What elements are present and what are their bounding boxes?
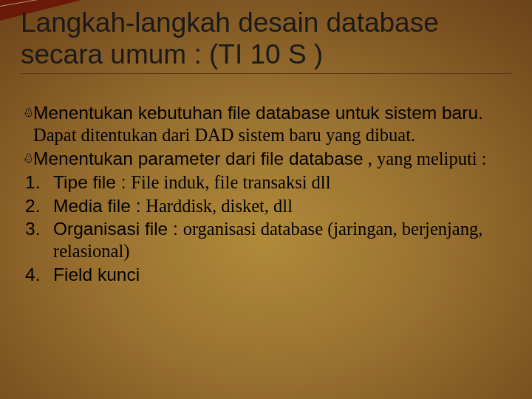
numbered-item: 1. Tipe file : File induk, file transaks… — [24, 171, 511, 194]
item-number: 1. — [25, 171, 53, 194]
numbered-item: 2. Media file : Harddisk, disket, dll — [24, 195, 511, 217]
slide-title: Langkah-langkah desain database secara u… — [21, 7, 511, 70]
bullet-glyph-icon: ߷ — [24, 149, 32, 169]
item-number: 2. — [25, 195, 53, 217]
slide-container: Langkah-langkah desain database secara u… — [0, 0, 532, 399]
numbered-text: Field kunci — [53, 264, 511, 286]
text-sans: Media file : — [53, 196, 146, 216]
text-sans: Field kunci — [53, 265, 140, 284]
bullet-text: Menentukan parameter dari file database … — [33, 148, 511, 170]
text-serif: Harddisk, disket, dll — [146, 196, 293, 216]
text-sans: Tipe file : — [53, 172, 131, 192]
bullet-item: ߷ Menentukan parameter dari file databas… — [24, 148, 511, 170]
text-serif: File induk, file transaksi dll — [131, 172, 330, 192]
text-sans: Menentukan kebutuhan file database untuk… — [33, 103, 483, 123]
slide-body: ߷ Menentukan kebutuhan file database unt… — [21, 102, 511, 286]
numbered-text: Organisasi file : organisasi database (j… — [53, 218, 511, 262]
bullet-item: ߷ Menentukan kebutuhan file database unt… — [24, 102, 511, 146]
text-serif: , yang meliputi : — [364, 149, 487, 168]
item-number: 3. — [25, 218, 53, 240]
title-underline — [21, 73, 511, 74]
numbered-text: Tipe file : File induk, file transaksi d… — [53, 171, 511, 194]
text-sans: Organisasi file : — [53, 219, 183, 239]
numbered-item: 3. Organisasi file : organisasi database… — [24, 218, 511, 262]
item-number: 4. — [25, 264, 53, 286]
bullet-text: Menentukan kebutuhan file database untuk… — [33, 102, 511, 146]
bullet-glyph-icon: ߷ — [24, 103, 32, 123]
numbered-text: Media file : Harddisk, disket, dll — [53, 195, 511, 217]
text-serif: Dapat ditentukan dari DAD sistem baru ya… — [33, 125, 415, 145]
text-sans: Menentukan parameter dari file database — [33, 149, 364, 168]
numbered-item: 4. Field kunci — [24, 264, 511, 286]
